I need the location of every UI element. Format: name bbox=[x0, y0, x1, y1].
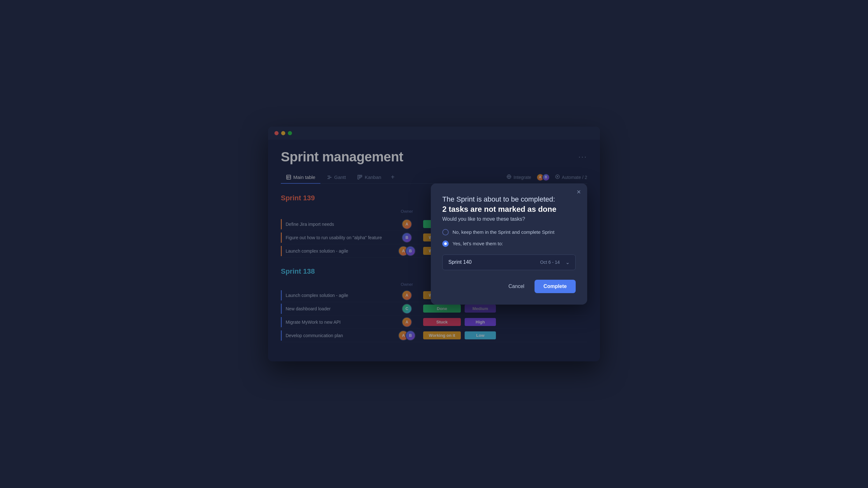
modal-overlay: × The Sprint is about to be completed: 2… bbox=[268, 127, 600, 361]
radio-option-no[interactable]: No, keep them in the Sprint and complete… bbox=[442, 229, 576, 235]
modal-close-button[interactable]: × bbox=[577, 189, 581, 196]
modal-title-bold: 2 tasks are not marked as done bbox=[442, 205, 557, 214]
modal-title: The Sprint is about to be completed: 2 t… bbox=[442, 195, 576, 214]
sprint-select-name: Sprint 140 bbox=[448, 259, 472, 265]
radio-circle-no bbox=[442, 229, 449, 235]
radio-label-no: No, keep them in the Sprint and complete… bbox=[453, 229, 554, 235]
chevron-down-icon: ⌄ bbox=[565, 259, 569, 265]
radio-label-yes: Yes, let's move them to: bbox=[453, 241, 503, 246]
main-window: Sprint management ··· Main table bbox=[268, 127, 600, 361]
radio-option-yes[interactable]: Yes, let's move them to: bbox=[442, 240, 576, 247]
sprint-select-dropdown[interactable]: Sprint 140 Oct 6 - 14 ⌄ bbox=[442, 255, 576, 270]
modal-subtitle: Would you like to move these tasks? bbox=[442, 216, 576, 222]
complete-sprint-modal: × The Sprint is about to be completed: 2… bbox=[431, 184, 587, 304]
cancel-button[interactable]: Cancel bbox=[503, 280, 529, 292]
radio-group: No, keep them in the Sprint and complete… bbox=[442, 229, 576, 247]
sprint-select-date: Oct 6 - 14 bbox=[540, 260, 560, 265]
radio-circle-yes bbox=[442, 240, 449, 247]
complete-button[interactable]: Complete bbox=[534, 280, 576, 293]
sprint-select-right: Oct 6 - 14 ⌄ bbox=[540, 259, 569, 265]
modal-actions: Cancel Complete bbox=[442, 280, 576, 293]
